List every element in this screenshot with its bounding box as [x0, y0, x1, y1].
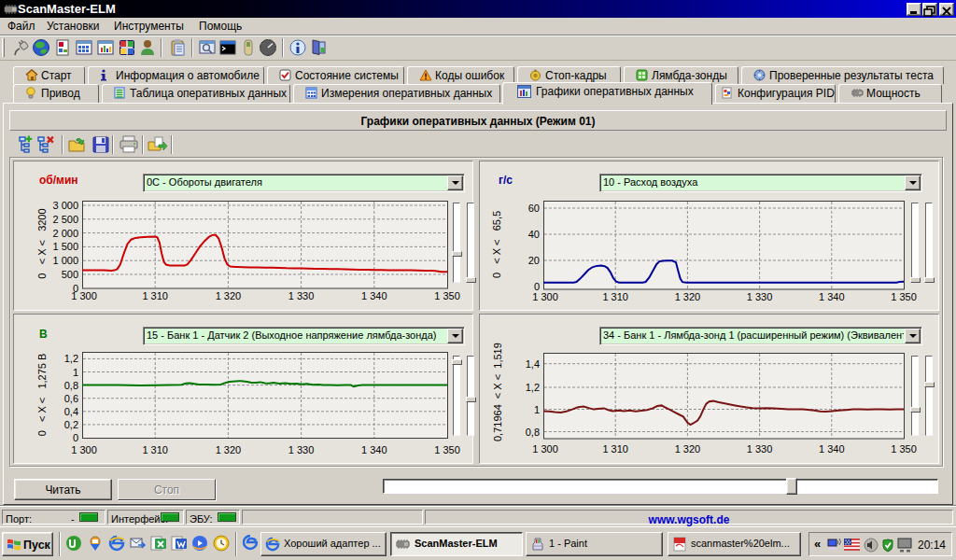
svg-text:1 330: 1 330 [747, 291, 773, 302]
svg-text:1 340: 1 340 [819, 443, 845, 455]
svg-text:1,2: 1,2 [526, 382, 540, 393]
svg-text:1: 1 [534, 404, 540, 415]
svg-text:1 320: 1 320 [216, 290, 242, 301]
svg-text:1 340: 1 340 [361, 444, 387, 455]
svg-text:1 300: 1 300 [71, 444, 97, 455]
svg-text:1 300: 1 300 [71, 290, 97, 301]
svg-text:1 310: 1 310 [602, 443, 628, 455]
svg-text:1,2: 1,2 [64, 353, 78, 364]
svg-text:1 300: 1 300 [532, 291, 558, 302]
svg-text:3 000: 3 000 [52, 200, 78, 211]
svg-text:1 320: 1 320 [675, 443, 701, 455]
svg-text:1 300: 1 300 [532, 443, 558, 455]
svg-text:0: 0 [73, 432, 78, 443]
svg-text:1 330: 1 330 [747, 443, 773, 455]
svg-text:40: 40 [528, 229, 540, 240]
svg-text:60: 60 [528, 203, 540, 214]
svg-text:1 320: 1 320 [675, 291, 701, 302]
svg-text:20: 20 [528, 255, 540, 266]
svg-text:2 000: 2 000 [52, 228, 78, 239]
svg-text:0,8: 0,8 [526, 427, 540, 438]
svg-text:0,4: 0,4 [64, 406, 78, 417]
svg-text:1 340: 1 340 [361, 290, 387, 301]
svg-text:1 310: 1 310 [602, 291, 628, 302]
svg-text:0,8: 0,8 [64, 380, 78, 391]
svg-text:1: 1 [73, 367, 78, 378]
svg-text:1 340: 1 340 [819, 291, 845, 302]
svg-text:2 500: 2 500 [52, 214, 78, 225]
svg-text:0,2: 0,2 [64, 419, 78, 430]
svg-text:1,4: 1,4 [526, 358, 540, 370]
svg-text:1 350: 1 350 [891, 443, 917, 455]
svg-text:1 350: 1 350 [891, 291, 917, 302]
svg-text:1 350: 1 350 [434, 290, 460, 301]
svg-text:0,6: 0,6 [64, 393, 78, 404]
svg-text:1 350: 1 350 [434, 444, 460, 455]
svg-text:1 320: 1 320 [216, 444, 242, 455]
svg-text:1 330: 1 330 [288, 290, 315, 301]
svg-text:1 500: 1 500 [52, 241, 78, 252]
svg-text:500: 500 [62, 269, 78, 280]
svg-text:1 310: 1 310 [142, 290, 168, 301]
svg-text:1 310: 1 310 [142, 444, 168, 455]
svg-text:1 330: 1 330 [288, 444, 315, 455]
svg-text:1 000: 1 000 [52, 255, 78, 266]
